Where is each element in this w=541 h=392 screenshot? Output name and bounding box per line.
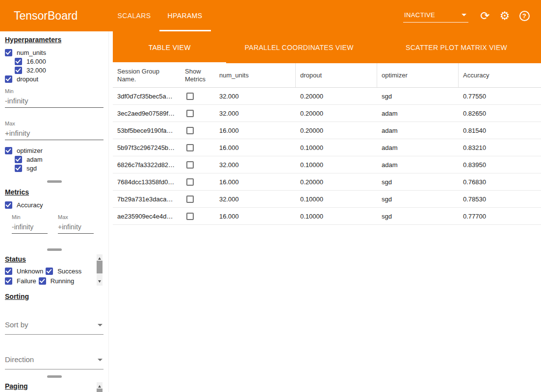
optimizer-cell: sgd	[377, 191, 459, 207]
paging-section: Paging Number of matching session groups…	[0, 378, 108, 392]
dropout-min-field: Min -infinity	[5, 88, 103, 108]
accuracy-checkbox[interactable]	[5, 201, 12, 209]
optimizer-sgd-checkbox[interactable]	[15, 165, 22, 172]
sort-by-select[interactable]: Sort by	[5, 317, 103, 335]
show-metrics-checkbox[interactable]	[186, 213, 194, 220]
accuracy-cell: 0.76830	[459, 173, 541, 190]
status-success-checkbox[interactable]	[46, 268, 53, 275]
show-metrics-checkbox[interactable]	[186, 161, 194, 169]
column-header-dropout: dropout	[296, 63, 377, 87]
sorting-section: Sorting Sort by Direction	[0, 285, 108, 369]
dropout-min-label: Min	[5, 88, 103, 95]
num-units-cell: 16.000	[215, 208, 296, 224]
show-metrics-checkbox[interactable]	[186, 110, 194, 117]
run-status-select[interactable]: INACTIVE	[403, 9, 468, 23]
num-units-checkbox[interactable]	[5, 49, 12, 56]
optimizer-adam-checkbox[interactable]	[15, 156, 22, 163]
dropout-cell: 0.20000	[296, 122, 377, 139]
scrollbar-thumb[interactable]	[97, 389, 103, 392]
metric-max-input[interactable]: +infinity	[58, 220, 94, 234]
num-units-32-checkbox[interactable]	[15, 67, 22, 74]
num-units-16-checkbox[interactable]	[15, 58, 22, 65]
tab-parallel-coordinates-view[interactable]: PARALLEL COORDINATES VIEW	[226, 31, 372, 63]
optimizer-adam-label: adam	[26, 156, 43, 163]
show-metrics-checkbox[interactable]	[186, 144, 194, 151]
show-metrics-checkbox[interactable]	[186, 127, 194, 134]
optimizer-cell: adam	[377, 105, 459, 122]
gear-icon: ⚙	[500, 10, 510, 22]
scroll-up-icon[interactable]	[98, 384, 101, 388]
column-header-accuracy: Accuracy	[459, 63, 541, 87]
main-nav: SCALARS HPARAMS	[109, 0, 210, 31]
show-metrics-cell	[180, 156, 215, 173]
scrollbar-thumb[interactable]	[97, 261, 103, 273]
direction-select[interactable]: Direction	[5, 351, 103, 369]
accuracy-label: Accuracy	[17, 201, 43, 209]
run-status-value: INACTIVE	[404, 11, 435, 19]
table-row: 5b97f3c2967245b… 16.000 0.10000 adam 0.8…	[113, 139, 541, 156]
optimizer-row[interactable]: optimizer	[5, 146, 103, 155]
optimizer-value-row[interactable]: sgd	[15, 164, 103, 172]
num-units-row[interactable]: num_units	[5, 48, 103, 57]
reload-button[interactable]: ⟳	[475, 6, 495, 25]
dropdown-arrow-icon	[98, 324, 103, 329]
show-metrics-checkbox[interactable]	[186, 178, 194, 186]
num-units-16-label: 16.000	[26, 58, 46, 65]
sessions-table: Session Group Name. Show Metrics num_uni…	[113, 63, 541, 225]
accuracy-row[interactable]: Accuracy	[5, 200, 103, 209]
status-failure-row[interactable]: Failure	[5, 276, 36, 285]
status-unknown-row[interactable]: Unknown	[5, 267, 43, 275]
dropout-row[interactable]: dropout	[5, 74, 103, 83]
show-metrics-checkbox[interactable]	[186, 93, 194, 100]
num-units-value-row[interactable]: 32.000	[15, 66, 103, 74]
table-row: 53bf5bece9190fa… 16.000 0.20000 adam 0.8…	[113, 122, 541, 139]
main-content: TABLE VIEW PARALLEL COORDINATES VIEW SCA…	[113, 31, 541, 392]
tab-scatter-plot-matrix-view[interactable]: SCATTER PLOT MATRIX VIEW	[372, 31, 541, 63]
show-metrics-cell	[180, 139, 215, 156]
num-units-32-label: 32.000	[26, 67, 46, 74]
column-header-session-group-name: Session Group Name.	[113, 63, 180, 87]
dropout-label: dropout	[17, 75, 38, 83]
status-running-checkbox[interactable]	[39, 277, 46, 285]
column-header-optimizer: optimizer	[377, 63, 459, 87]
scroll-down-icon[interactable]	[98, 280, 101, 284]
table-header: Session Group Name. Show Metrics num_uni…	[113, 63, 541, 88]
nav-tab-hparams[interactable]: HPARAMS	[159, 0, 211, 31]
show-metrics-cell	[180, 105, 215, 122]
dropout-max-input[interactable]: +infinity	[5, 127, 103, 140]
show-metrics-cell	[180, 88, 215, 104]
status-success-row[interactable]: Success	[46, 267, 81, 275]
dropout-cell: 0.10000	[296, 191, 377, 207]
dropout-checkbox[interactable]	[5, 75, 12, 83]
metric-min-input[interactable]: -infinity	[12, 220, 48, 234]
status-unknown-checkbox[interactable]	[5, 268, 12, 275]
optimizer-checkbox[interactable]	[5, 147, 12, 154]
paging-scrollbar[interactable]	[97, 382, 103, 392]
status-failure-label: Failure	[17, 277, 36, 285]
optimizer-value-row[interactable]: adam	[15, 155, 103, 164]
table-row: 6826c7fa3322d82… 32.000 0.10000 adam 0.8…	[113, 156, 541, 173]
tab-table-view[interactable]: TABLE VIEW	[113, 31, 226, 63]
scroll-up-icon[interactable]	[98, 256, 101, 260]
table-row: ae235909ec4e4d… 16.000 0.10000 sgd 0.777…	[113, 208, 541, 225]
hyperparameters-heading: Hyperparameters	[5, 36, 61, 44]
status-heading: Status	[5, 255, 26, 263]
status-failure-checkbox[interactable]	[5, 277, 12, 285]
help-button[interactable]: ?	[515, 6, 534, 25]
nav-tab-scalars[interactable]: SCALARS	[109, 0, 159, 31]
settings-button[interactable]: ⚙	[495, 6, 515, 25]
session-group-name-cell: ae235909ec4e4d…	[113, 208, 180, 224]
metric-filter-fields: Min -infinity Max +infinity	[5, 214, 103, 234]
show-metrics-cell	[180, 191, 215, 207]
status-scrollbar[interactable]	[97, 254, 103, 286]
column-header-show-metrics: Show Metrics	[180, 63, 215, 87]
num-units-cell: 16.000	[215, 139, 296, 156]
num-units-value-row[interactable]: 16.000	[15, 57, 103, 66]
session-group-name-cell: 7b29a731e3daca…	[113, 191, 180, 207]
optimizer-sgd-label: sgd	[26, 165, 37, 172]
accuracy-cell: 0.83210	[459, 139, 541, 156]
status-running-row[interactable]: Running	[39, 276, 74, 285]
status-running-label: Running	[51, 277, 74, 285]
show-metrics-checkbox[interactable]	[186, 196, 194, 203]
dropout-min-input[interactable]: -infinity	[5, 95, 103, 108]
